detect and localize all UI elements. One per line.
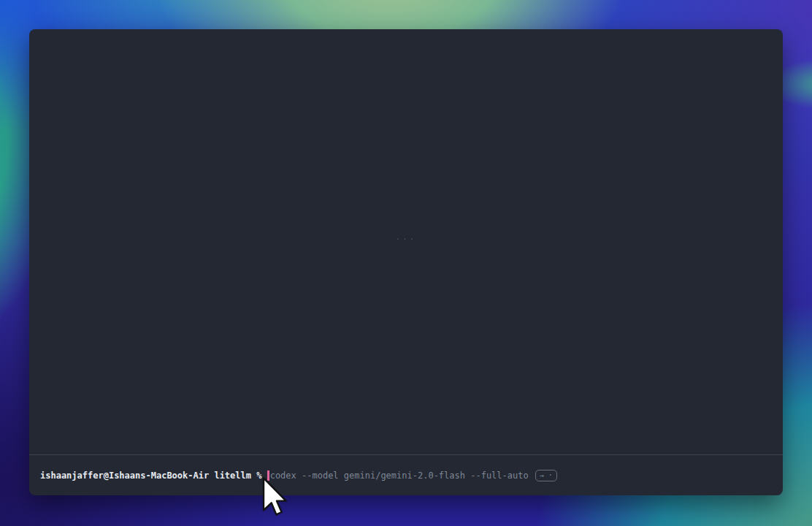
mouse-pointer-icon: [261, 477, 289, 518]
shell-prompt: ishaanjaffer@Ishaans-MacBook-Air litellm…: [40, 470, 267, 481]
terminal-window[interactable]: ··· ishaanjaffer@Ishaans-MacBook-Air lit…: [29, 29, 783, 495]
terminal-input-line[interactable]: ishaanjaffer@Ishaans-MacBook-Air litellm…: [29, 455, 783, 495]
loading-ellipsis: ···: [29, 235, 783, 244]
desktop-wallpaper: ··· ishaanjaffer@Ishaans-MacBook-Air lit…: [0, 0, 812, 526]
command-autosuggestion: codex --model gemini/gemini-2.0-flash --…: [270, 470, 529, 481]
tab-accept-hint-badge: → ·: [535, 470, 557, 481]
